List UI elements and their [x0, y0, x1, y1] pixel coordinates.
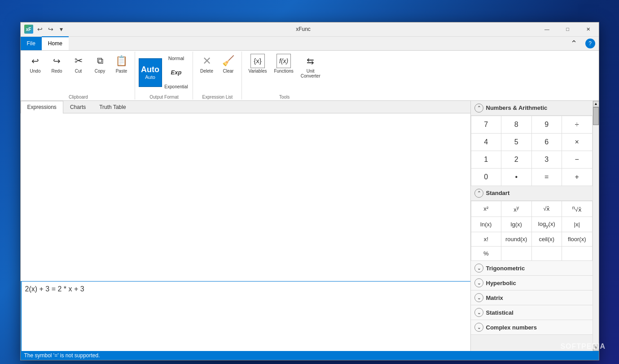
functions-label: Functions [274, 69, 293, 74]
tab-file[interactable]: File [21, 37, 42, 50]
standart-btn-round[interactable]: round(x) [501, 232, 532, 247]
exponential-format-button[interactable]: Exponential [163, 80, 190, 94]
standart-btn-lg[interactable]: lg(x) [501, 217, 532, 233]
clear-label: Clear [223, 69, 234, 74]
auto-format-button[interactable]: Auto Auto [139, 58, 162, 87]
redo-button[interactable]: ↪ Redo [47, 52, 67, 76]
expression-list-group-label: Expression List [202, 95, 233, 100]
calc-btn-6[interactable]: 6 [532, 134, 562, 151]
calc-btn-3[interactable]: 3 [532, 151, 562, 169]
main-content: Expressions Charts Truth Table 2(x) + 3 … [21, 101, 599, 351]
calc-btn-equals[interactable]: = [532, 169, 562, 186]
matrix-label: Matrix [486, 295, 503, 301]
variables-label: Variables [249, 69, 267, 74]
calc-btn-minus[interactable]: − [562, 151, 593, 169]
scroll-up-button[interactable]: ▲ [593, 101, 599, 107]
tab-charts[interactable]: Charts [63, 101, 92, 113]
close-button[interactable]: ✕ [578, 22, 599, 36]
paste-button[interactable]: 📋 Paste [111, 52, 132, 76]
calc-btn-2[interactable]: 2 [501, 151, 532, 169]
maximize-button[interactable]: □ [558, 22, 578, 36]
statistical-collapse-icon: ⌄ [474, 308, 483, 317]
tab-home[interactable]: Home [42, 36, 69, 50]
calc-btn-multiply[interactable]: × [562, 134, 593, 151]
normal-format-button[interactable]: Normal [163, 52, 190, 65]
ribbon-tab-bar: File Home ⌃ ? [21, 37, 599, 51]
copy-label: Copy [95, 69, 105, 74]
calc-btn-1[interactable]: 1 [471, 151, 502, 169]
expression-input[interactable]: 2(x) + 3 = 2 * x + 3 [21, 282, 470, 351]
cut-icon: ✂ [71, 54, 86, 68]
standart-btn-percent[interactable]: % [471, 247, 502, 261]
cut-button[interactable]: ✂ Cut [68, 52, 89, 76]
standart-btn-empty3 [562, 247, 593, 261]
ribbon: File Home ⌃ ? ↩ Undo ↪ Redo [21, 37, 599, 101]
standart-header[interactable]: ⌃ Standart [471, 186, 593, 201]
numbers-arithmetic-label: Numbers & Arithmetic [486, 104, 548, 111]
undo-quick-btn[interactable]: ↩ [35, 24, 45, 34]
scroll-thumb[interactable] [593, 107, 599, 125]
numbers-arithmetic-collapse-icon: ⌃ [474, 104, 483, 113]
minimize-button[interactable]: — [537, 22, 558, 36]
undo-label: Undo [30, 69, 41, 74]
calc-btn-9[interactable]: 9 [532, 116, 562, 134]
standart-btn-ln[interactable]: ln(x) [471, 217, 502, 233]
matrix-section[interactable]: ⌄ Matrix [471, 290, 593, 305]
right-panel-scroll[interactable]: ⌃ Numbers & Arithmetic 7 8 9 ÷ 4 5 6 × 1… [471, 101, 593, 351]
calc-btn-dot[interactable]: • [501, 169, 532, 186]
clear-button[interactable]: 🧹 Clear [218, 52, 239, 76]
ribbon-help-area: ⌃ ? [564, 37, 599, 50]
clear-icon: 🧹 [221, 54, 236, 68]
undo-icon: ↩ [28, 54, 43, 68]
redo-label: Redo [52, 69, 62, 74]
calc-btn-plus[interactable]: + [562, 169, 593, 186]
clipboard-group: ↩ Undo ↪ Redo ✂ Cut ⧉ Copy [22, 52, 135, 100]
right-panel-scrollbar[interactable]: ▲ ▼ [593, 101, 599, 351]
trigonometric-section[interactable]: ⌄ Trigonometric [471, 261, 593, 276]
copy-button[interactable]: ⧉ Copy [90, 52, 110, 76]
standart-btn-ceil[interactable]: ceil(x) [532, 232, 562, 247]
hyperbolic-section[interactable]: ⌄ Hyperbolic [471, 276, 593, 290]
help-button[interactable]: ? [585, 39, 595, 48]
tab-truth-table[interactable]: Truth Table [92, 101, 132, 113]
standart-btn-nthroot[interactable]: n√x̄ [562, 201, 593, 217]
calc-btn-divide[interactable]: ÷ [562, 116, 593, 134]
redo-quick-btn[interactable]: ↪ [46, 24, 56, 34]
calc-btn-4[interactable]: 4 [471, 134, 502, 151]
unit-converter-button[interactable]: ⇆ UnitConverter [298, 52, 324, 81]
delete-button[interactable]: ✕ Delete [197, 52, 217, 76]
standart-btn-sqrt[interactable]: √x̄ [532, 201, 562, 217]
variables-button[interactable]: {x} Variables [246, 52, 270, 76]
calc-btn-7[interactable]: 7 [471, 116, 502, 134]
auto-format-sub-label: Auto [145, 74, 155, 80]
calc-btn-0[interactable]: 0 [471, 169, 502, 186]
statistical-section[interactable]: ⌄ Statistical [471, 305, 593, 320]
trigonometric-collapse-icon: ⌄ [474, 264, 483, 273]
complex-numbers-section[interactable]: ⌄ Complex numbers [471, 320, 593, 335]
window-title: xFunc [70, 26, 537, 32]
numbers-arithmetic-header[interactable]: ⌃ Numbers & Arithmetic [471, 101, 593, 116]
title-bar: xF ↩ ↪ ▾ xFunc — □ ✕ [21, 22, 599, 37]
hyperbolic-label: Hyperbolic [486, 280, 516, 286]
standart-btn-x2[interactable]: x² [471, 201, 502, 217]
main-window: xF ↩ ↪ ▾ xFunc — □ ✕ File Home ⌃ ? [20, 22, 599, 360]
quick-access-expand-btn[interactable]: ▾ [57, 24, 66, 34]
standart-btn-factorial[interactable]: x! [471, 232, 502, 247]
calc-btn-5[interactable]: 5 [501, 134, 532, 151]
undo-button[interactable]: ↩ Undo [25, 52, 46, 76]
standart-btn-empty1 [501, 247, 532, 261]
standart-btn-xy[interactable]: xy [501, 201, 532, 217]
exp-format-button[interactable]: Exp [163, 66, 190, 79]
standart-btn-abs[interactable]: |x| [562, 217, 593, 233]
standart-collapse-icon: ⌃ [474, 189, 483, 198]
format-small-buttons: Normal Exp Exponential [163, 52, 190, 94]
standart-btn-logy[interactable]: logy(x) [532, 217, 562, 233]
expression-area: 2(x) + 3 = 2 * x + 3 [21, 113, 470, 351]
standart-btn-floor[interactable]: floor(x) [562, 232, 593, 247]
tab-expressions[interactable]: Expressions [21, 101, 63, 113]
output-format-group-label: Output Format [149, 95, 178, 100]
calc-btn-8[interactable]: 8 [501, 116, 532, 134]
softpedia-watermark: SOFTPEDIA [560, 342, 606, 351]
ribbon-collapse-btn[interactable]: ⌃ [564, 37, 584, 50]
functions-button[interactable]: f(x) Functions [271, 52, 296, 76]
